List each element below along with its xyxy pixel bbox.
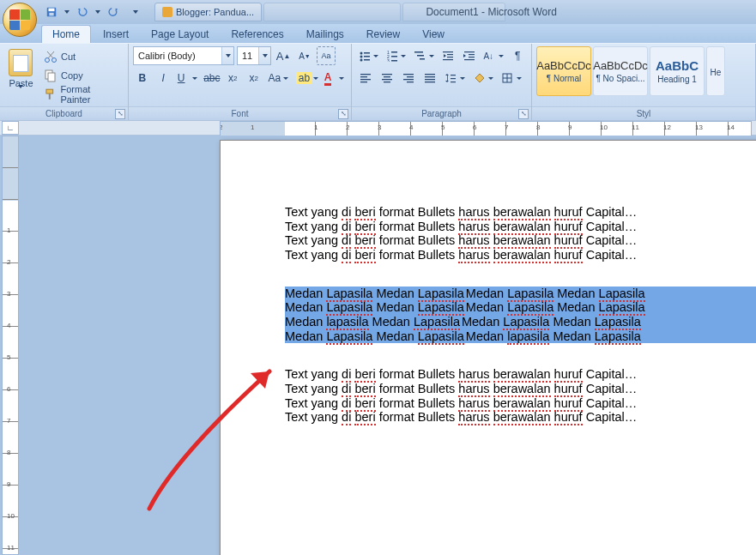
svg-rect-8 [49, 94, 51, 100]
group-font: Calibri (Body) 11 A▲ A▼ Aa B I U abc x2 … [129, 44, 352, 120]
justify-icon [424, 72, 436, 84]
taskbar-tab-2[interactable] [263, 3, 401, 21]
numbering-button[interactable]: 123 [384, 46, 408, 65]
tab-review[interactable]: Review [356, 26, 410, 43]
chevron-down-icon [258, 47, 270, 64]
svg-rect-31 [464, 59, 475, 60]
sort-button[interactable]: A↓ [481, 46, 505, 65]
italic-button[interactable]: I [154, 69, 172, 87]
font-size-combo[interactable]: 11 [237, 46, 271, 65]
style-name-label: No Spaci... [596, 74, 644, 83]
tab-home[interactable]: Home [41, 25, 91, 43]
change-case-button[interactable]: Aa [265, 69, 290, 87]
qat-undo-dropdown[interactable] [94, 3, 101, 21]
svg-rect-36 [382, 74, 392, 75]
clear-formatting-button[interactable]: Aa [317, 46, 336, 65]
line-spacing-icon [445, 72, 457, 84]
style-heading-1[interactable]: AaBbCHeading 1 [650, 46, 705, 96]
svg-rect-22 [417, 55, 424, 57]
svg-rect-50 [451, 78, 456, 79]
strikethrough-button[interactable]: abc [203, 69, 221, 87]
copy-button[interactable]: Copy [41, 67, 124, 84]
style-heading-2[interactable]: He [706, 46, 725, 96]
decrease-indent-button[interactable] [439, 46, 457, 65]
indent-icon [463, 50, 475, 62]
grow-font-button[interactable]: A▲ [274, 46, 293, 65]
style-no-spacing[interactable]: AaBbCcDcNo Spaci... [593, 46, 648, 96]
svg-rect-30 [469, 57, 475, 57]
paintbrush-icon [44, 87, 57, 101]
highlight-button[interactable]: ab [293, 69, 319, 87]
borders-icon [501, 72, 513, 84]
align-right-button[interactable] [399, 69, 418, 87]
paste-button[interactable]: Paste [4, 46, 38, 106]
taskbar-tab-1[interactable]: Blogger: Pandua... [154, 3, 262, 21]
tab-mailings[interactable]: Mailings [296, 26, 354, 43]
font-dialog-launcher[interactable]: ⤡ [338, 109, 348, 119]
svg-rect-39 [384, 81, 390, 82]
paste-icon [9, 49, 33, 76]
increase-indent-button[interactable] [460, 46, 478, 65]
chevron-down-icon [221, 47, 233, 64]
qat-save-button[interactable] [43, 3, 60, 21]
group-clipboard: Paste Cut Copy Format Painter Clipboard⤡ [0, 44, 129, 120]
font-name-combo[interactable]: Calibri (Body) [133, 46, 234, 65]
style-normal[interactable]: AaBbCcDcNormal [536, 46, 591, 96]
shrink-font-button[interactable]: A▼ [295, 46, 314, 65]
shading-button[interactable] [470, 69, 496, 87]
svg-rect-49 [451, 75, 456, 75]
paragraph-dialog-launcher[interactable]: ⤡ [518, 109, 529, 119]
svg-rect-47 [425, 81, 435, 82]
horizontal-ruler[interactable]: 211234567891011121314 [220, 121, 752, 136]
svg-rect-29 [469, 54, 475, 55]
tab-references[interactable]: References [221, 26, 293, 43]
svg-point-3 [45, 58, 49, 63]
cut-button[interactable]: Cut [41, 48, 124, 65]
qat-redo-button[interactable] [105, 3, 122, 21]
format-painter-button[interactable]: Format Painter [41, 86, 124, 103]
window-title: Document1 - Microsoft Word [426, 6, 557, 18]
outdent-icon [442, 50, 454, 62]
vertical-ruler[interactable]: 12345678910111213 [2, 136, 19, 555]
qat-undo-button[interactable] [74, 3, 91, 21]
svg-point-11 [360, 56, 363, 58]
group-styles: AaBbCcDcNormal AaBbCcDcNo Spaci... AaBbC… [532, 44, 756, 120]
document-page[interactable]: Text yang di beri format Bullets harus b… [220, 140, 756, 555]
show-marks-button[interactable]: ¶ [509, 46, 527, 65]
tab-view[interactable]: View [412, 26, 455, 43]
copy-label: Copy [61, 70, 83, 81]
qat-save-dropdown[interactable] [64, 3, 70, 21]
underline-button[interactable]: U [175, 69, 200, 87]
font-name-value: Calibri (Body) [134, 51, 221, 61]
align-right-icon [402, 72, 414, 84]
borders-button[interactable] [499, 69, 524, 87]
superscript-button[interactable]: x2 [245, 69, 263, 87]
qat-customize-dropdown[interactable] [132, 3, 139, 21]
tab-insert[interactable]: Insert [93, 26, 139, 43]
subscript-button[interactable]: x2 [224, 69, 242, 87]
font-color-button[interactable]: A [322, 69, 347, 87]
office-button[interactable] [3, 3, 37, 37]
svg-rect-12 [364, 56, 370, 57]
style-name-label: Normal [547, 74, 581, 83]
tab-selector[interactable]: ∟ [2, 121, 19, 135]
svg-point-9 [360, 52, 363, 55]
clipboard-dialog-launcher[interactable]: ⤡ [115, 109, 125, 119]
font-group-label: Font [231, 109, 248, 118]
svg-rect-14 [364, 59, 370, 61]
justify-button[interactable] [420, 69, 439, 87]
align-center-button[interactable] [378, 69, 396, 87]
format-painter-label: Format Painter [60, 84, 121, 105]
line-spacing-button[interactable] [442, 69, 468, 87]
office-logo-icon [9, 9, 30, 30]
svg-rect-26 [447, 57, 453, 57]
align-left-button[interactable] [356, 69, 375, 87]
multilevel-list-button[interactable] [411, 46, 436, 65]
bold-button[interactable]: B [133, 69, 151, 87]
bullets-button[interactable] [356, 46, 381, 65]
svg-rect-42 [403, 79, 414, 80]
svg-rect-27 [443, 59, 453, 60]
svg-rect-41 [407, 76, 414, 77]
tab-page-layout[interactable]: Page Layout [141, 26, 219, 43]
svg-point-13 [360, 59, 363, 62]
